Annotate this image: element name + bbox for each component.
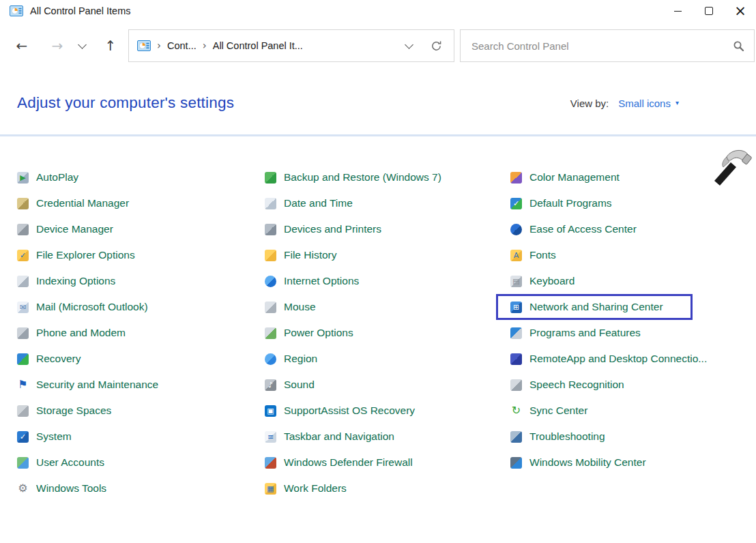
view-by-dropdown[interactable]: Small icons ▾	[618, 98, 679, 109]
autoplay-icon: ▶	[17, 172, 29, 184]
item-label: File History	[284, 249, 337, 261]
item-user-accounts[interactable]: User Accounts	[17, 450, 104, 475]
item-ease-of-access-center[interactable]: Ease of Access Center	[510, 216, 637, 242]
security-and-maintenance-icon: ⚑	[17, 379, 29, 391]
item-file-explorer-options[interactable]: ✓File Explorer Options	[17, 242, 135, 268]
item-region[interactable]: Region	[265, 346, 317, 372]
back-button[interactable]: ←	[10, 33, 34, 58]
programs-and-features-icon	[510, 327, 522, 339]
item-label: RemoteApp and Desktop Connectio...	[529, 353, 707, 365]
item-keyboard[interactable]: ▤Keyboard	[510, 268, 575, 294]
item-default-programs[interactable]: ✓Default Programs	[510, 190, 612, 216]
breadcrumb-control-panel[interactable]: Cont...	[167, 40, 197, 51]
refresh-button[interactable]	[430, 40, 443, 53]
mouse-icon	[265, 302, 276, 313]
item-windows-defender-firewall[interactable]: Windows Defender Firewall	[265, 450, 413, 475]
color-management-icon	[510, 172, 522, 184]
item-security-and-maintenance[interactable]: ⚑Security and Maintenance	[17, 372, 158, 398]
item-label: Keyboard	[529, 275, 575, 287]
network-and-sharing-center-icon: ⊞	[510, 302, 522, 313]
address-dropdown-button[interactable]	[406, 44, 412, 48]
nav-buttons: ← → ↑	[0, 33, 123, 58]
breadcrumb-all-control-panel-items[interactable]: All Control Panel It...	[213, 40, 303, 51]
address-bar[interactable]: › Cont... › All Control Panel It...	[128, 29, 454, 62]
maximize-button[interactable]	[693, 0, 725, 22]
chevron-down-icon	[405, 40, 413, 49]
item-label: System	[36, 430, 72, 443]
item-supportassist-os-recovery[interactable]: ▣SupportAssist OS Recovery	[265, 398, 415, 424]
item-label: User Accounts	[36, 456, 104, 469]
item-mail-microsoft-outlook[interactable]: ✉Mail (Microsoft Outlook)	[17, 294, 148, 320]
date-and-time-icon	[265, 198, 276, 209]
item-backup-and-restore-windows-7[interactable]: Backup and Restore (Windows 7)	[265, 164, 441, 190]
view-by-value: Small icons	[618, 98, 671, 109]
windows-tools-icon: ⚙	[17, 483, 29, 495]
item-label: Programs and Features	[529, 327, 641, 339]
items-column-1: ▶AutoPlayCredential ManagerDevice Manage…	[17, 164, 263, 501]
speech-recognition-icon	[510, 379, 522, 391]
item-internet-options[interactable]: Internet Options	[265, 268, 359, 294]
search-box	[460, 29, 755, 62]
item-sound[interactable]: ♪Sound	[265, 372, 315, 398]
item-label: Network and Sharing Center	[529, 301, 663, 313]
item-sync-center[interactable]: ↻Sync Center	[510, 398, 587, 424]
control-panel-icon	[137, 39, 151, 53]
item-speech-recognition[interactable]: Speech Recognition	[510, 372, 624, 398]
item-label: Work Folders	[284, 482, 347, 495]
item-autoplay[interactable]: ▶AutoPlay	[17, 164, 78, 190]
item-credential-manager[interactable]: Credential Manager	[17, 190, 129, 216]
forward-button[interactable]: →	[45, 33, 70, 58]
items-column-2: Backup and Restore (Windows 7)Date and T…	[265, 164, 507, 501]
item-label: Windows Defender Firewall	[284, 456, 413, 469]
item-label: Windows Mobility Center	[529, 456, 646, 469]
phone-and-modem-icon	[17, 327, 29, 339]
page-title: Adjust your computer's settings	[17, 94, 234, 112]
up-arrow-icon: ↑	[105, 39, 117, 53]
item-label: AutoPlay	[36, 171, 78, 184]
item-recovery[interactable]: Recovery	[17, 346, 81, 372]
item-work-folders[interactable]: ▦Work Folders	[265, 475, 347, 501]
navigation-toolbar: ← → ↑ › Cont... › All Control Panel It..…	[0, 22, 756, 70]
item-date-and-time[interactable]: Date and Time	[265, 190, 353, 216]
forward-arrow-icon: →	[52, 39, 63, 53]
item-label: Date and Time	[284, 197, 353, 209]
item-mouse[interactable]: Mouse	[265, 294, 316, 320]
item-label: Fonts	[529, 249, 556, 261]
view-by-label: View by:	[570, 98, 609, 109]
item-phone-and-modem[interactable]: Phone and Modem	[17, 320, 126, 346]
up-button[interactable]: ↑	[98, 33, 123, 58]
item-network-and-sharing-center[interactable]: ⊞Network and Sharing Center	[496, 294, 693, 320]
item-label: Indexing Options	[36, 275, 115, 287]
indexing-options-icon	[17, 276, 29, 287]
item-device-manager[interactable]: Device Manager	[17, 216, 113, 242]
chevron-down-icon	[78, 40, 87, 49]
credential-manager-icon	[17, 198, 29, 209]
item-label: Ease of Access Center	[529, 223, 637, 235]
item-remoteapp-and-desktop-connectio[interactable]: RemoteApp and Desktop Connectio...	[510, 346, 707, 372]
item-taskbar-and-navigation[interactable]: ≡Taskbar and Navigation	[265, 424, 394, 450]
item-troubleshooting[interactable]: Troubleshooting	[510, 424, 605, 450]
item-label: Security and Maintenance	[36, 379, 158, 391]
recent-locations-button[interactable]	[74, 33, 90, 58]
item-storage-spaces[interactable]: Storage Spaces	[17, 398, 111, 424]
close-button[interactable]: ×	[725, 0, 756, 22]
window-title: All Control Panel Items	[30, 5, 130, 16]
internet-options-icon	[265, 276, 276, 287]
breadcrumb-separator: ›	[157, 40, 161, 52]
item-windows-mobility-center[interactable]: Windows Mobility Center	[510, 450, 646, 475]
item-power-options[interactable]: Power Options	[265, 320, 353, 346]
backup-and-restore-icon	[265, 172, 276, 184]
item-programs-and-features[interactable]: Programs and Features	[510, 320, 641, 346]
item-indexing-options[interactable]: Indexing Options	[17, 268, 115, 294]
item-label: Windows Tools	[36, 482, 106, 495]
item-devices-and-printers[interactable]: Devices and Printers	[265, 216, 381, 242]
minimize-button[interactable]	[662, 0, 693, 22]
devices-and-printers-icon	[265, 224, 276, 235]
item-color-management[interactable]: Color Management	[510, 164, 620, 190]
sound-icon: ♪	[265, 379, 276, 391]
search-input[interactable]	[470, 40, 733, 53]
item-windows-tools[interactable]: ⚙Windows Tools	[17, 475, 106, 501]
item-system[interactable]: ✓System	[17, 424, 72, 450]
item-file-history[interactable]: File History	[265, 242, 337, 268]
item-fonts[interactable]: AFonts	[510, 242, 556, 268]
